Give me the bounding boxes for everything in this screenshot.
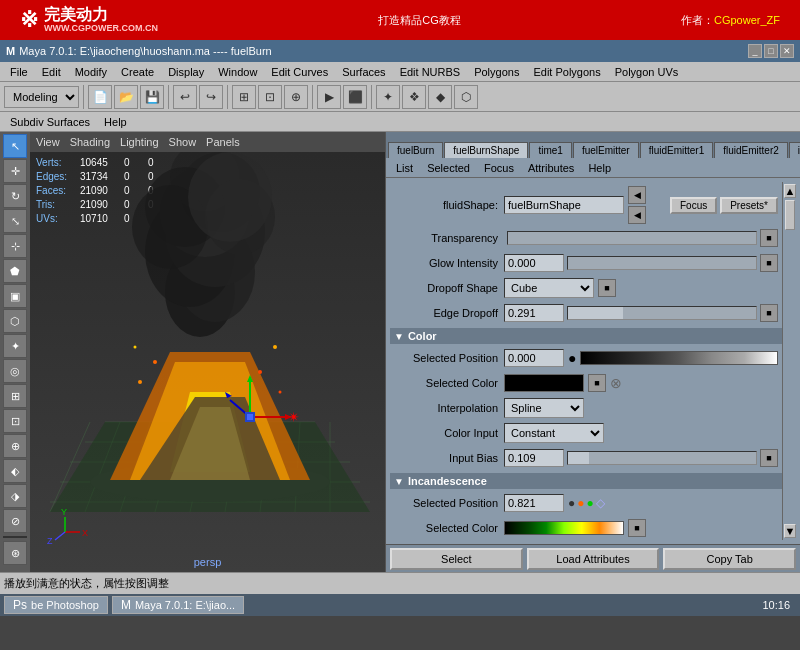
title-buttons[interactable]: _ □ ✕ bbox=[748, 44, 794, 58]
tab-time1[interactable]: time1 bbox=[529, 142, 571, 158]
incandescence-collapse-btn[interactable]: ▼ bbox=[394, 476, 404, 487]
tool-h[interactable]: ⊕ bbox=[3, 434, 27, 458]
viewport-menu-panels[interactable]: Panels bbox=[206, 136, 240, 148]
tool-move[interactable]: ✛ bbox=[3, 159, 27, 183]
incandescence-bar[interactable] bbox=[504, 521, 624, 535]
transparency-slider[interactable] bbox=[507, 231, 757, 245]
minimize-btn[interactable]: _ bbox=[748, 44, 762, 58]
viewport-canvas[interactable]: Verts: 10645 0 0 Edges: 31734 0 0 Faces:… bbox=[30, 152, 385, 572]
tool-d[interactable]: ✦ bbox=[3, 334, 27, 358]
tab-i[interactable]: i bbox=[789, 142, 800, 158]
color-sel-pos-input[interactable] bbox=[504, 349, 564, 367]
menu-polygon-uvs[interactable]: Polygon UVs bbox=[609, 65, 685, 79]
presets-button[interactable]: Presets* bbox=[720, 197, 778, 214]
viewport-menu-show[interactable]: Show bbox=[169, 136, 197, 148]
taskbar-photoshop[interactable]: Ps be Photoshop bbox=[4, 596, 108, 614]
tool-g[interactable]: ⊡ bbox=[3, 409, 27, 433]
toolbar-btn-undo[interactable]: ↩ bbox=[173, 85, 197, 109]
copy-tab-button[interactable]: Copy Tab bbox=[663, 548, 796, 570]
tool-universal[interactable]: ⊹ bbox=[3, 234, 27, 258]
attr-menu-help[interactable]: Help bbox=[582, 161, 617, 175]
menu-help[interactable]: Help bbox=[98, 115, 133, 129]
toolbar-btn-open[interactable]: 📂 bbox=[114, 85, 138, 109]
toolbar-btn-snap1[interactable]: ⊞ bbox=[232, 85, 256, 109]
viewport-menu-shading[interactable]: Shading bbox=[70, 136, 110, 148]
tool-scale[interactable]: ⤡ bbox=[3, 209, 27, 233]
menu-modify[interactable]: Modify bbox=[69, 65, 113, 79]
toolbar-btn-snap3[interactable]: ⊕ bbox=[284, 85, 308, 109]
toolbar-btn-a[interactable]: ✦ bbox=[376, 85, 400, 109]
tool-select[interactable]: ↖ bbox=[3, 134, 27, 158]
incand-sel-pos-input[interactable] bbox=[504, 494, 564, 512]
focus-button[interactable]: Focus bbox=[670, 197, 717, 214]
fluid-shape-btn1[interactable]: ◀ bbox=[628, 186, 646, 204]
toolbar-btn-d[interactable]: ⬡ bbox=[454, 85, 478, 109]
color-input-select[interactable]: Constant Density Temperature bbox=[504, 423, 604, 443]
load-attributes-button[interactable]: Load Attributes bbox=[527, 548, 660, 570]
attr-menu-list[interactable]: List bbox=[390, 161, 419, 175]
toolbar-btn-b[interactable]: ❖ bbox=[402, 85, 426, 109]
color-collapse-btn[interactable]: ▼ bbox=[394, 331, 404, 342]
toolbar-btn-snap2[interactable]: ⊡ bbox=[258, 85, 282, 109]
selected-color-btn[interactable]: ■ bbox=[588, 374, 606, 392]
tool-k[interactable]: ⊘ bbox=[3, 509, 27, 533]
tool-l[interactable]: ⊛ bbox=[3, 541, 27, 565]
attr-menu-attributes[interactable]: Attributes bbox=[522, 161, 580, 175]
menu-edit-curves[interactable]: Edit Curves bbox=[265, 65, 334, 79]
mode-select[interactable]: Modeling bbox=[4, 86, 79, 108]
menu-polygons[interactable]: Polygons bbox=[468, 65, 525, 79]
menu-file[interactable]: File bbox=[4, 65, 34, 79]
maximize-btn[interactable]: □ bbox=[764, 44, 778, 58]
glow-intensity-input[interactable] bbox=[504, 254, 564, 272]
color-gradient-bar[interactable] bbox=[580, 351, 778, 365]
menu-edit[interactable]: Edit bbox=[36, 65, 67, 79]
tab-fluidemitter1[interactable]: fluidEmitter1 bbox=[640, 142, 714, 158]
menu-display[interactable]: Display bbox=[162, 65, 210, 79]
tool-c[interactable]: ⬡ bbox=[3, 309, 27, 333]
close-btn[interactable]: ✕ bbox=[780, 44, 794, 58]
toolbar-btn-redo[interactable]: ↪ bbox=[199, 85, 223, 109]
transparency-btn[interactable]: ■ bbox=[760, 229, 778, 247]
edge-dropoff-input[interactable] bbox=[504, 304, 564, 322]
scroll-thumb[interactable] bbox=[785, 200, 795, 230]
tab-fuelemitter[interactable]: fuelEmitter bbox=[573, 142, 639, 158]
tab-fluidemitter2[interactable]: fluidEmitter2 bbox=[714, 142, 788, 158]
glow-intensity-btn[interactable]: ■ bbox=[760, 254, 778, 272]
tool-rotate[interactable]: ↻ bbox=[3, 184, 27, 208]
glow-intensity-slider[interactable] bbox=[567, 256, 757, 270]
edge-dropoff-btn[interactable]: ■ bbox=[760, 304, 778, 322]
toolbar-btn-new[interactable]: 📄 bbox=[88, 85, 112, 109]
toolbar-btn-render1[interactable]: ▶ bbox=[317, 85, 341, 109]
tab-fuelburn[interactable]: fuelBurn bbox=[388, 142, 443, 158]
tool-b[interactable]: ▣ bbox=[3, 284, 27, 308]
toolbar-btn-render2[interactable]: ⬛ bbox=[343, 85, 367, 109]
edge-dropoff-slider[interactable] bbox=[567, 306, 757, 320]
selected-color-swatch[interactable] bbox=[504, 374, 584, 392]
interpolation-select[interactable]: Spline Linear Smooth bbox=[504, 398, 584, 418]
toolbar-btn-save[interactable]: 💾 bbox=[140, 85, 164, 109]
taskbar-maya[interactable]: M Maya 7.0.1: E:\jiao... bbox=[112, 596, 244, 614]
menu-subdiv[interactable]: Subdiv Surfaces bbox=[4, 115, 96, 129]
fluid-shape-btn2[interactable]: ◀ bbox=[628, 206, 646, 224]
menu-window[interactable]: Window bbox=[212, 65, 263, 79]
tab-fuelburnshape[interactable]: fuelBurnShape bbox=[444, 142, 528, 158]
select-button[interactable]: Select bbox=[390, 548, 523, 570]
menu-edit-nurbs[interactable]: Edit NURBS bbox=[394, 65, 467, 79]
tool-i[interactable]: ⬖ bbox=[3, 459, 27, 483]
scroll-down-btn[interactable]: ▼ bbox=[784, 524, 796, 538]
viewport-menu-lighting[interactable]: Lighting bbox=[120, 136, 159, 148]
toolbar-btn-c[interactable]: ◆ bbox=[428, 85, 452, 109]
input-bias-input[interactable] bbox=[504, 449, 564, 467]
tool-f[interactable]: ⊞ bbox=[3, 384, 27, 408]
viewport-menu-view[interactable]: View bbox=[36, 136, 60, 148]
dropoff-shape-select[interactable]: Cube Sphere Cone bbox=[504, 278, 594, 298]
input-bias-slider[interactable] bbox=[567, 451, 757, 465]
input-bias-btn[interactable]: ■ bbox=[760, 449, 778, 467]
menu-edit-polygons[interactable]: Edit Polygons bbox=[527, 65, 606, 79]
incand-color-btn[interactable]: ■ bbox=[628, 519, 646, 537]
tool-j[interactable]: ⬗ bbox=[3, 484, 27, 508]
attr-scrollbar[interactable]: ▲ ▼ bbox=[782, 182, 796, 540]
tool-a[interactable]: ⬟ bbox=[3, 259, 27, 283]
fluid-shape-input[interactable] bbox=[504, 196, 624, 214]
menu-surfaces[interactable]: Surfaces bbox=[336, 65, 391, 79]
